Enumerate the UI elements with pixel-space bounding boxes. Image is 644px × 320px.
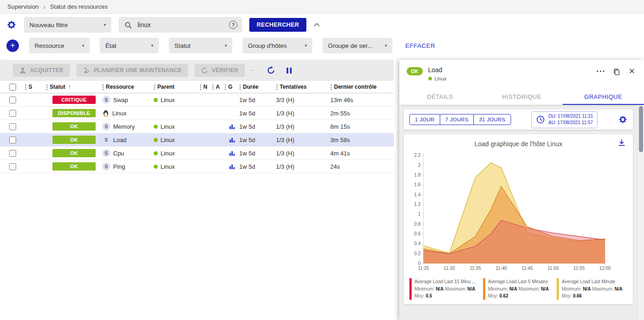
- panel-tab-historique[interactable]: HISTORIQUE: [481, 89, 562, 105]
- column-header-ressource[interactable]: Ressource: [102, 84, 154, 90]
- resource-cell[interactable]: SLoad: [102, 136, 154, 144]
- criteria-label: Ressource: [34, 42, 64, 49]
- parent-cell[interactable]: Linux: [154, 150, 200, 157]
- parent-cell[interactable]: Linux: [154, 163, 200, 170]
- search-button[interactable]: RECHERCHER: [249, 18, 306, 32]
- collapse-filters-chevron-up-icon[interactable]: [314, 23, 320, 27]
- scrollbar-thumb[interactable]: [639, 106, 643, 152]
- filter-settings-gear-icon[interactable]: [6, 20, 17, 30]
- check-button[interactable]: VÉRIFIER: [195, 64, 245, 77]
- legend-color-bar: [557, 278, 559, 300]
- row-checkbox[interactable]: [9, 137, 16, 143]
- panel-tab-d-tails[interactable]: DÉTAILS: [399, 89, 481, 105]
- resource-cell[interactable]: SSwap: [102, 96, 154, 104]
- legend-color-bar: [409, 278, 412, 300]
- criteria-dropdown-group-d-h-tes[interactable]: Group d'hôtes▼: [242, 38, 312, 53]
- status-badge: OK: [52, 122, 96, 131]
- table-row-linux[interactable]: DISPONIBLELinux1w 5d1/3 (H)2m 55s: [0, 107, 394, 120]
- set-downtime-button[interactable]: PLANIFIER UNE MAINTENANCE: [76, 64, 189, 77]
- clear-filters-button[interactable]: EFFACER: [402, 42, 438, 50]
- custom-time-range[interactable]: DU: 17/08/2021 11:21 AU: 17/08/2021 11:5…: [531, 111, 598, 128]
- table-row-cpu[interactable]: OKSCpuLinux1w 5d1/3 (H)4m 41s: [0, 147, 394, 160]
- legend-min-max: Minimum: N/A Maximum: N/A: [562, 286, 622, 293]
- column-header-s[interactable]: S: [25, 84, 46, 90]
- graph-settings-button[interactable]: [618, 115, 627, 124]
- gear-icon: [6, 20, 17, 30]
- saved-filter-value: Nouveau filtre: [29, 22, 68, 29]
- column-drag-kebab-icon[interactable]: [25, 84, 27, 90]
- time-range-button-1-jour[interactable]: 1 JOUR: [409, 114, 440, 125]
- pause-autorefresh-button[interactable]: [286, 67, 292, 74]
- criteria-dropdown-tat[interactable]: État▼: [100, 38, 159, 53]
- resource-cell[interactable]: SPing: [102, 162, 154, 171]
- column-header-parent[interactable]: Parent: [154, 84, 200, 90]
- svg-text:0: 0: [418, 261, 421, 266]
- row-checkbox-cell: [0, 122, 25, 131]
- more-actions-button[interactable]: [251, 69, 254, 71]
- column-header-n[interactable]: N: [200, 84, 212, 90]
- criteria-dropdown-statut[interactable]: Statut▼: [169, 38, 232, 53]
- table-row-memory[interactable]: OKSMemoryLinux1w 5d1/3 (H)8m 15s: [0, 120, 394, 133]
- column-drag-kebab-icon[interactable]: [102, 84, 104, 90]
- row-checkbox[interactable]: [9, 110, 16, 117]
- column-drag-kebab-icon[interactable]: [46, 84, 48, 90]
- panel-parent-name[interactable]: Linux: [435, 76, 447, 81]
- column-header-dur-e[interactable]: Durée: [239, 84, 276, 90]
- select-all-checkbox[interactable]: [9, 84, 16, 91]
- breadcrumb-item-supervision[interactable]: Supervision: [7, 3, 39, 10]
- close-icon[interactable]: ×: [629, 66, 635, 76]
- load-area-chart[interactable]: 00.20.40.60.811.21.41.61.822.211:2511:30…: [407, 151, 630, 277]
- help-icon[interactable]: ?: [229, 21, 237, 29]
- parent-cell[interactable]: Linux: [154, 137, 200, 143]
- column-drag-kebab-icon[interactable]: [224, 84, 226, 90]
- chart-legend-item-average-load-last-minute[interactable]: Average Load Last MinuteMinimum: N/A Max…: [557, 278, 627, 300]
- column-header-g[interactable]: G: [224, 84, 239, 90]
- status-badge: OK: [52, 136, 96, 144]
- column-header-statut[interactable]: Statut↑: [46, 84, 102, 90]
- table-row-load[interactable]: OKSLoadLinux1w 5d1/3 (H)3m 58s: [0, 133, 394, 147]
- parent-cell[interactable]: Linux: [154, 97, 200, 103]
- add-criteria-button[interactable]: +: [6, 40, 19, 52]
- row-checkbox[interactable]: [9, 163, 16, 170]
- resource-cell[interactable]: SCpu: [102, 149, 154, 157]
- table-row-ping[interactable]: OKSPingLinux1w 5d1/3 (H)24s: [0, 160, 394, 173]
- column-drag-kebab-icon[interactable]: [200, 84, 201, 90]
- refresh-button[interactable]: [267, 66, 275, 74]
- column-drag-kebab-icon[interactable]: [154, 84, 155, 90]
- time-range-button-31-jours[interactable]: 31 JOURS: [473, 114, 511, 125]
- row-checkbox-cell: [0, 109, 25, 118]
- criteria-dropdown-ressource[interactable]: Ressource▼: [29, 38, 90, 53]
- acknowledge-label: ACQUITTER: [30, 67, 63, 74]
- column-header-dernier-contr-le[interactable]: Dernier contrôle: [330, 84, 394, 90]
- panel-scrollbar[interactable]: [638, 105, 644, 320]
- resource-cell[interactable]: Linux: [102, 109, 154, 117]
- search-input[interactable]: [137, 21, 224, 29]
- chart-legend-item-average-load-last-15-minu[interactable]: Average Load Last 15 Minu ...Minimum: N/…: [409, 278, 480, 300]
- copy-link-button[interactable]: [613, 68, 621, 75]
- chart-legend-item-average-load-last-5-minutes[interactable]: Average Load Last 5 MinutesMinimum: N/A …: [483, 278, 554, 300]
- row-checkbox[interactable]: [9, 123, 16, 130]
- parent-cell[interactable]: Linux: [154, 123, 200, 130]
- column-drag-kebab-icon[interactable]: [239, 84, 241, 90]
- export-graph-button[interactable]: [618, 139, 626, 147]
- breadcrumb-item-resource-status[interactable]: Statut des ressources: [50, 3, 108, 10]
- column-drag-kebab-icon[interactable]: [330, 84, 332, 90]
- column-drag-kebab-icon[interactable]: [276, 84, 278, 90]
- column-drag-kebab-icon[interactable]: [212, 84, 214, 90]
- sort-asc-arrow-icon[interactable]: ↑: [68, 84, 71, 90]
- resource-cell[interactable]: SMemory: [102, 122, 154, 131]
- svg-text:1.4: 1.4: [414, 192, 420, 197]
- panel-more-button[interactable]: [597, 70, 604, 72]
- saved-filter-dropdown[interactable]: Nouveau filtre ▼: [24, 17, 111, 33]
- column-header-a[interactable]: A: [212, 84, 224, 90]
- row-checkbox[interactable]: [9, 150, 16, 157]
- column-header-tentatives[interactable]: Tentatives: [276, 84, 330, 90]
- panel-tab-graphique[interactable]: GRAPHIQUE: [563, 89, 644, 105]
- acknowledge-button[interactable]: ACQUITTER: [13, 64, 70, 77]
- row-checkbox[interactable]: [9, 97, 16, 103]
- svg-text:0.8: 0.8: [414, 222, 420, 227]
- search-box[interactable]: ?: [119, 17, 242, 33]
- table-row-swap[interactable]: CRITIQUESSwapLinux1w 5d3/3 (H)13m 46s: [0, 93, 394, 107]
- criteria-dropdown-groupe-de-ser[interactable]: Groupe de ser...▼: [322, 38, 392, 53]
- time-range-button-7-jours[interactable]: 7 JOURS: [440, 114, 474, 125]
